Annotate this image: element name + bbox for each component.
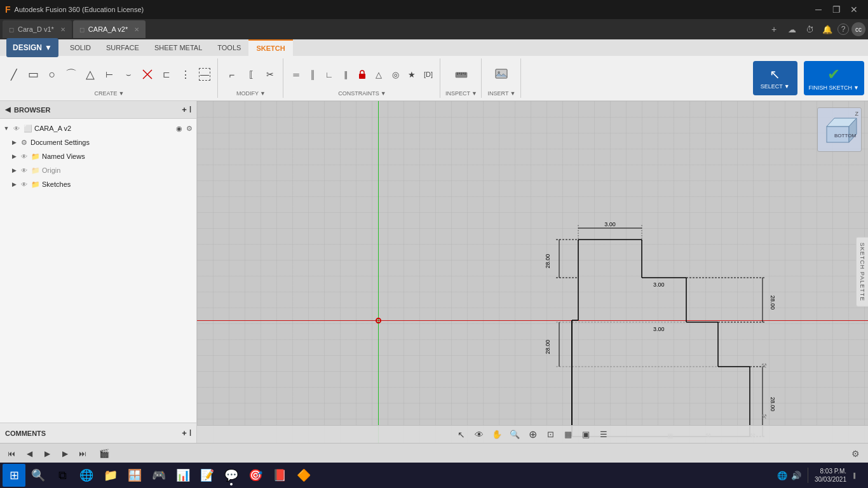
play-to-start-button[interactable]: ⏮ <box>5 447 18 460</box>
centerline-tool-button[interactable]: — <box>196 60 214 88</box>
zoom-fit-button[interactable]: ⊕ <box>525 427 540 442</box>
root-settings-icon[interactable]: ⚙ <box>185 124 194 133</box>
doc-settings-arrow[interactable]: ▶ <box>10 139 18 146</box>
equal-constraint-button[interactable]: ★ <box>404 67 419 82</box>
arc2-tool-button[interactable]: ⌣ <box>119 60 137 88</box>
play-prev-button[interactable]: ◀ <box>23 447 36 460</box>
select-button[interactable]: ↖ SELECT ▼ <box>753 61 797 95</box>
browser-doc-settings-item[interactable]: ▶ ⚙ Document Settings <box>0 135 196 149</box>
volume-icon[interactable]: 🔊 <box>791 471 801 480</box>
line-tool-button[interactable]: ╱ <box>5 60 23 88</box>
browser-root-item[interactable]: ▼ 👁 ⬜ CARA_A v2 ◉ ⚙ <box>0 121 196 135</box>
finish-sketch-button[interactable]: ✔ FINISH SKETCH ▼ <box>804 61 864 95</box>
root-visibility-icon[interactable]: 👁 <box>11 123 22 133</box>
ribbon-tab-solid[interactable]: SOLID <box>62 39 98 56</box>
insert-group-label[interactable]: INSERT ▼ <box>488 90 516 98</box>
taskbar-app-hex[interactable]: 🔶 <box>292 464 315 487</box>
circle-tool-button[interactable]: ○ <box>43 60 61 88</box>
perpendicular-constraint-button[interactable]: ∟ <box>322 67 337 82</box>
taskbar-app-explorer[interactable]: 📁 <box>99 464 122 487</box>
ribbon-tab-sketch[interactable]: SKETCH <box>248 39 292 56</box>
show-desktop-button[interactable]: ▌ <box>850 464 860 487</box>
network-icon[interactable]: 🌐 <box>777 471 787 480</box>
tab-close-cara-a[interactable]: ✕ <box>134 26 139 33</box>
browser-pin-button[interactable]: | <box>189 105 191 114</box>
sketches-visibility-icon[interactable]: 👁 <box>19 179 29 189</box>
start-button[interactable]: ⊞ <box>3 464 25 487</box>
view-options1-button[interactable]: ⊡ <box>543 427 558 442</box>
taskbar-app-acrobat[interactable]: 📕 <box>268 464 291 487</box>
browser-sketches-item[interactable]: ▶ 👁 📁 Sketches <box>0 177 196 191</box>
home-view-button[interactable]: ↖ <box>454 427 469 442</box>
play-next-button[interactable]: ▶ <box>58 447 71 460</box>
constraints-group-label[interactable]: CONSTRAINTS ▼ <box>338 90 386 98</box>
comments-pin-button[interactable]: | <box>189 428 191 438</box>
measure-button[interactable] <box>452 60 471 88</box>
statusbar-settings-button[interactable]: ⚙ <box>848 446 863 461</box>
design-button[interactable]: DESIGN ▼ <box>6 38 58 57</box>
cloud-button[interactable]: ☁ <box>784 22 799 37</box>
tab-close-cara-d[interactable]: ✕ <box>60 26 65 33</box>
parallel-constraint-button[interactable]: ∥ <box>338 67 353 82</box>
tab-cara-d[interactable]: ◻ Cara_D v1* ✕ <box>3 20 72 38</box>
vertical-constraint-button[interactable]: ║ <box>305 67 320 82</box>
view-options3-button[interactable]: ▣ <box>578 427 593 442</box>
extline-tool-button[interactable]: ⊢ <box>100 60 118 88</box>
horizontal-constraint-button[interactable]: ═ <box>288 67 304 82</box>
sketches-arrow[interactable]: ▶ <box>10 180 18 188</box>
dimension-constraint-button[interactable]: [D] <box>421 67 436 82</box>
tab-cara-a[interactable]: ◻ CARA_A v2* ✕ <box>73 20 146 38</box>
add-tab-button[interactable]: + <box>766 22 782 37</box>
taskbar-app-fusion[interactable]: 🎯 <box>244 464 267 487</box>
taskbar-app-edge[interactable]: 🌐 <box>75 464 98 487</box>
fillet-tool-button[interactable]: ⌐ <box>223 60 241 88</box>
browser-origin-item[interactable]: ▶ 👁 📁 Origin <box>0 163 196 177</box>
slot-tool-button[interactable]: ⊏ <box>158 60 175 88</box>
named-views-visibility-icon[interactable]: 👁 <box>19 151 29 161</box>
taskbar-app-store[interactable]: 🪟 <box>123 464 146 487</box>
search-button[interactable]: 🔍 <box>27 464 50 487</box>
bell-button[interactable]: 🔔 <box>820 22 835 37</box>
restore-button[interactable]: ❐ <box>827 1 845 18</box>
origin-visibility-icon[interactable]: 👁 <box>19 165 29 175</box>
lock-constraint-button[interactable] <box>355 67 370 82</box>
pan-button[interactable]: ✋ <box>489 427 505 442</box>
comments-add-button[interactable]: + <box>182 428 187 438</box>
play-button[interactable]: ▶ <box>41 447 53 460</box>
zoom-button[interactable]: 🔍 <box>507 427 522 442</box>
more-options-button[interactable]: ☰ <box>596 427 611 442</box>
tangent-constraint-button[interactable]: △ <box>371 67 386 82</box>
ribbon-tab-surface[interactable]: SURFACE <box>98 39 147 56</box>
task-view-button[interactable]: ⧉ <box>51 464 74 487</box>
browser-add-button[interactable]: + <box>182 105 187 114</box>
taskbar-app-game[interactable]: 🎮 <box>147 464 170 487</box>
clock-button[interactable]: ⏱ <box>802 22 817 37</box>
polygon-tool-button[interactable]: △ <box>81 60 99 88</box>
ribbon-tab-tools[interactable]: TOOLS <box>210 39 248 56</box>
sketch-palette-tab[interactable]: SKETCH PALETTE <box>856 237 868 307</box>
taskbar-app-word[interactable]: 📝 <box>196 464 219 487</box>
view-cube[interactable]: Z BOTTOM <box>817 107 862 152</box>
create-group-label[interactable]: CREATE ▼ <box>95 90 125 98</box>
ribbon-tab-sheetmetal[interactable]: SHEET METAL <box>147 39 210 56</box>
system-clock[interactable]: 8:03 P.M. 30/03/2021 <box>815 467 846 484</box>
root-expand-arrow[interactable]: ▼ <box>3 125 10 132</box>
offset-tool-button[interactable]: ⟦ <box>242 60 260 88</box>
cc-button[interactable]: cc <box>851 22 865 36</box>
mirror-tool-button[interactable]: ⋮ <box>177 60 194 88</box>
arc-tool-button[interactable]: ⌒ <box>62 60 80 88</box>
comments-panel[interactable]: COMMENTS + | <box>0 423 196 443</box>
concentric-constraint-button[interactable]: ◎ <box>388 67 403 82</box>
modify-group-label[interactable]: MODIFY ▼ <box>236 90 266 98</box>
play-to-end-button[interactable]: ⏭ <box>76 447 89 460</box>
move-tool-button[interactable]: ✂ <box>261 60 279 88</box>
named-views-arrow[interactable]: ▶ <box>10 152 18 160</box>
taskbar-app-teams[interactable]: 💬 <box>220 464 243 487</box>
visibility-button[interactable]: 👁 <box>471 427 487 442</box>
taskbar-app-excel[interactable]: 📊 <box>172 464 194 487</box>
browser-named-views-item[interactable]: ▶ 👁 📁 Named Views <box>0 149 196 163</box>
origin-arrow[interactable]: ▶ <box>10 166 18 174</box>
trim-tool-button[interactable] <box>139 60 156 88</box>
insert-image-button[interactable] <box>492 60 511 88</box>
rect-tool-button[interactable]: ▭ <box>24 60 42 88</box>
